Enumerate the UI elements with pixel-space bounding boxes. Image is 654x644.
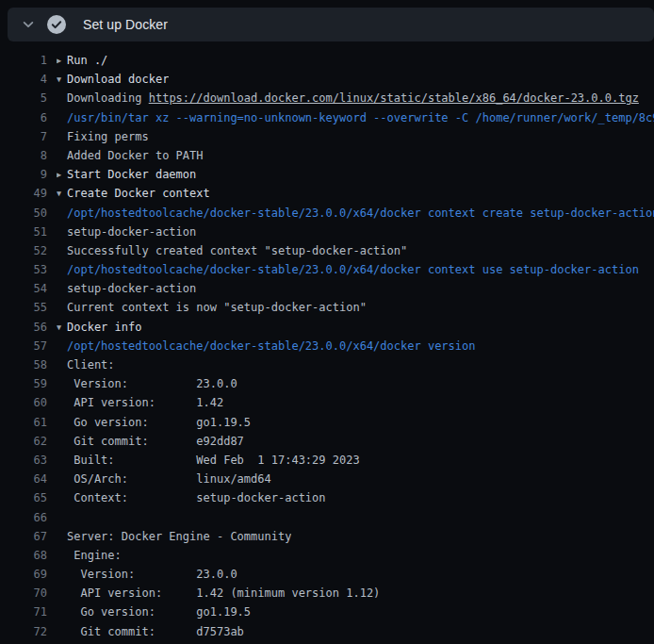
log-text: Current context is now "setup-docker-act… (67, 301, 367, 314)
line-content: Git commit: d7573ab (57, 622, 244, 641)
line-number[interactable]: 9 (0, 165, 47, 184)
step-title: Set up Docker (83, 17, 168, 32)
command-text: /opt/hostedtoolcache/docker-stable/23.0.… (67, 206, 654, 220)
log-line: 61 Go version: go1.19.5 (0, 413, 654, 432)
download-url-link[interactable]: https://download.docker.com/linux/static… (149, 91, 639, 105)
line-number[interactable]: 56 (0, 318, 47, 337)
line-content: API version: 1.42 (minimum version 1.12) (57, 584, 380, 603)
line-content: setup-docker-action (57, 279, 196, 298)
line-number[interactable]: 63 (0, 451, 47, 470)
success-check-icon (47, 15, 66, 34)
triangle-right-icon[interactable]: ▶ (57, 165, 67, 184)
chevron-down-icon[interactable] (21, 17, 36, 32)
step-header[interactable]: Set up Docker (8, 8, 654, 41)
line-number[interactable]: 1 (0, 51, 47, 70)
line-number[interactable]: 51 (0, 223, 47, 241)
log-line: 6/usr/bin/tar xz --warning=no-unknown-ke… (0, 108, 654, 127)
line-number[interactable]: 68 (0, 546, 47, 565)
line-number[interactable]: 8 (0, 146, 47, 165)
log-text: Git commit: e92dd87 (67, 435, 244, 448)
log-text: Server: Docker Engine - Community (67, 530, 291, 543)
group-title: Download docker (67, 73, 169, 86)
line-number[interactable]: 5 (0, 89, 47, 107)
line-number[interactable]: 49 (0, 184, 47, 203)
group-title: Create Docker context (67, 187, 210, 200)
line-content: ▶Start Docker daemon (57, 165, 196, 184)
line-number[interactable]: 71 (0, 603, 47, 621)
line-number[interactable]: 66 (0, 508, 47, 527)
line-content: setup-docker-action (57, 223, 196, 241)
line-number[interactable]: 57 (0, 337, 47, 355)
triangle-down-icon[interactable]: ▼ (57, 70, 67, 89)
log-line: 7Fixing perms (0, 127, 654, 146)
log-group-row[interactable]: 1▶Run ./ (0, 51, 654, 70)
log-line: 8Added Docker to PATH (0, 146, 654, 165)
log-text: setup-docker-action (67, 282, 196, 295)
line-content: Current context is now "setup-docker-act… (57, 298, 367, 317)
log-line: 64 OS/Arch: linux/amd64 (0, 470, 654, 488)
log-container: 1▶Run ./4▼Download docker5Downloading ht… (0, 51, 654, 641)
line-content: ▼Create Docker context (57, 184, 210, 203)
log-line: 54setup-docker-action (0, 279, 654, 298)
log-line: 66 (0, 508, 654, 527)
log-text: Successfully created context "setup-dock… (67, 244, 407, 257)
log-line: 59 Version: 23.0.0 (0, 374, 654, 393)
log-text: Go version: go1.19.5 (67, 605, 251, 619)
log-line: 65 Context: setup-docker-action (0, 488, 654, 507)
line-content: Added Docker to PATH (57, 146, 204, 165)
log-text: Engine: (67, 549, 122, 562)
log-text: Built: Wed Feb 1 17:43:29 2023 (67, 454, 360, 467)
log-text: Fixing perms (67, 130, 149, 143)
line-number[interactable]: 69 (0, 565, 47, 584)
triangle-down-icon[interactable]: ▼ (57, 184, 67, 203)
line-number[interactable]: 7 (0, 127, 47, 146)
log-group-row[interactable]: 9▶Start Docker daemon (0, 165, 654, 184)
line-content: Downloading https://download.docker.com/… (57, 89, 639, 107)
log-group-row[interactable]: 56▼Docker info (0, 318, 654, 337)
line-content: ▼Download docker (57, 70, 169, 89)
line-number[interactable]: 52 (0, 241, 47, 260)
command-text: /opt/hostedtoolcache/docker-stable/23.0.… (67, 339, 475, 353)
log-line: 5Downloading https://download.docker.com… (0, 89, 654, 107)
line-number[interactable]: 61 (0, 413, 47, 432)
log-line: 58Client: (0, 355, 654, 374)
line-content: Go version: go1.19.5 (57, 603, 251, 621)
line-number[interactable]: 72 (0, 622, 47, 641)
line-number[interactable]: 54 (0, 279, 47, 298)
line-number[interactable]: 55 (0, 298, 47, 317)
log-group-row[interactable]: 49▼Create Docker context (0, 184, 654, 203)
command-text: /opt/hostedtoolcache/docker-stable/23.0.… (67, 263, 639, 276)
line-number[interactable]: 4 (0, 70, 47, 89)
line-content: OS/Arch: linux/amd64 (57, 470, 271, 488)
triangle-right-icon[interactable]: ▶ (57, 51, 67, 70)
group-title: Start Docker daemon (67, 168, 196, 181)
line-content: /opt/hostedtoolcache/docker-stable/23.0.… (57, 260, 639, 279)
line-number[interactable]: 64 (0, 470, 47, 488)
line-number[interactable]: 60 (0, 393, 47, 412)
group-title: Docker info (67, 321, 141, 334)
line-number[interactable]: 65 (0, 488, 47, 507)
log-text: setup-docker-action (67, 225, 196, 239)
line-number[interactable]: 70 (0, 584, 47, 603)
log-group-row[interactable]: 4▼Download docker (0, 70, 654, 89)
log-text: Git commit: d7573ab (67, 625, 244, 638)
log-line: 62 Git commit: e92dd87 (0, 432, 654, 451)
line-content: Version: 23.0.0 (57, 374, 237, 393)
line-content: Engine: (57, 546, 122, 565)
triangle-down-icon[interactable]: ▼ (57, 318, 67, 337)
line-content: Git commit: e92dd87 (57, 432, 244, 451)
line-number[interactable]: 67 (0, 527, 47, 546)
line-content: /opt/hostedtoolcache/docker-stable/23.0.… (57, 337, 475, 355)
log-text: Client: (67, 358, 115, 372)
line-number[interactable]: 6 (0, 108, 47, 127)
line-content (57, 508, 67, 527)
line-content: Server: Docker Engine - Community (57, 527, 291, 546)
line-number[interactable]: 59 (0, 374, 47, 393)
line-number[interactable]: 50 (0, 204, 47, 223)
log-text: API version: 1.42 (67, 396, 223, 409)
line-content: Version: 23.0.0 (57, 565, 237, 584)
line-number[interactable]: 53 (0, 260, 47, 279)
line-number[interactable]: 62 (0, 432, 47, 451)
line-number[interactable]: 58 (0, 355, 47, 374)
log-text: OS/Arch: linux/amd64 (67, 472, 271, 486)
